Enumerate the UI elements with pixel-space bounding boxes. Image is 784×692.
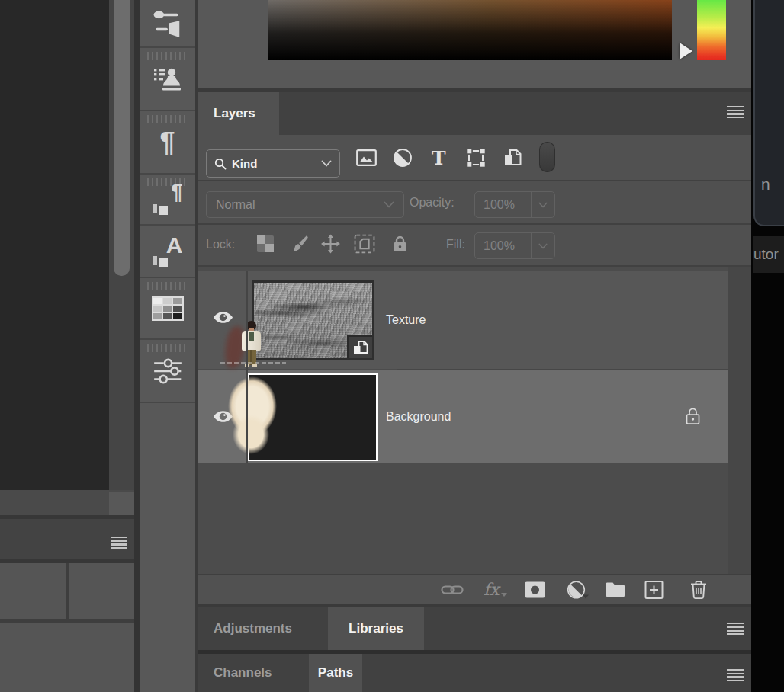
- layer-thumbnail[interactable]: [248, 373, 378, 461]
- lock-label: Lock:: [206, 238, 235, 251]
- lock-all-icon[interactable]: [393, 235, 407, 255]
- paragraph-icon: ¶: [159, 127, 175, 159]
- hue-strip[interactable]: [697, 0, 726, 60]
- lock-row: Lock: Fill: 100%: [198, 225, 751, 267]
- canvas-bottom-strip: [0, 490, 134, 515]
- adjustment-layer-filter-icon[interactable]: [393, 148, 413, 168]
- dock-button-character-styles[interactable]: A: [140, 226, 195, 277]
- clone-source-icon: [152, 65, 184, 94]
- paragraph-styles-icon: ¶: [151, 183, 185, 216]
- layers-panel-group: Layers Kind T: [198, 0, 751, 692]
- fill-value: 100%: [475, 239, 531, 253]
- chevron-down-icon: [384, 201, 394, 208]
- chevron-down-icon[interactable]: [532, 202, 554, 208]
- opacity-label: Opacity:: [410, 196, 455, 210]
- dock-grip[interactable]: [147, 115, 188, 123]
- learn-panel-edge[interactable]: n: [753, 0, 784, 226]
- add-layer-mask-icon[interactable]: [525, 581, 545, 597]
- layers-tab-strip: [198, 92, 751, 135]
- dock-button-properties[interactable]: [140, 340, 195, 402]
- photoshop-workspace: ¶ ¶ A: [0, 0, 784, 692]
- filter-kind-dropdown[interactable]: Kind: [206, 149, 340, 178]
- shape-layer-filter-icon[interactable]: [465, 147, 487, 168]
- fill-label: Fill:: [446, 238, 465, 251]
- lock-artboard-icon[interactable]: [354, 234, 375, 257]
- layer-name[interactable]: Background: [386, 370, 451, 463]
- delete-layer-icon[interactable]: [689, 580, 708, 600]
- color-panel: [198, 0, 751, 88]
- panel-menu-icon[interactable]: [111, 537, 127, 549]
- scrollbar-corner: [109, 492, 134, 515]
- visibility-toggle[interactable]: [213, 311, 233, 327]
- layers-panel-menu-icon[interactable]: [727, 106, 744, 118]
- chevron-down-icon: [321, 160, 332, 167]
- pixel-layer-filter-icon[interactable]: [356, 149, 377, 166]
- tab-channels[interactable]: Channels: [214, 654, 272, 692]
- dock-button-paragraph[interactable]: ¶: [140, 111, 195, 173]
- brushes-icon: [151, 8, 185, 39]
- dock-divider: [134, 0, 140, 692]
- dock-button-clone-source[interactable]: [140, 48, 195, 110]
- bottom-left-panel-header: [0, 519, 134, 559]
- opacity-field[interactable]: 100%: [474, 191, 555, 218]
- tutorials-tab-edge[interactable]: utor: [753, 236, 784, 273]
- layer-list-scroll-gutter[interactable]: [728, 267, 751, 574]
- panel-menu-icon[interactable]: [727, 669, 744, 681]
- right-edge-panels: n utor: [751, 0, 784, 692]
- panel-tab-strip: Adjustments Libraries: [198, 607, 751, 650]
- learn-text-fragment: n: [761, 175, 770, 194]
- tab-paths[interactable]: Paths: [309, 654, 362, 692]
- new-adjustment-layer-icon[interactable]: [567, 580, 589, 599]
- lock-transparent-pixels-icon[interactable]: [257, 235, 274, 255]
- search-icon: [214, 158, 227, 170]
- layer-filter-row: Kind T: [198, 135, 751, 181]
- eye-icon: [213, 311, 233, 324]
- chevron-down-icon[interactable]: [532, 243, 554, 249]
- vertical-scrollbar-track[interactable]: [109, 0, 134, 490]
- layer-row-background[interactable]: Background: [198, 370, 728, 463]
- new-group-icon[interactable]: [605, 581, 626, 598]
- tab-libraries[interactable]: Libraries: [328, 607, 424, 650]
- layers-tab-label: Layers: [214, 106, 255, 121]
- blend-mode-value: Normal: [216, 198, 255, 212]
- layer-thumbnail[interactable]: [252, 280, 374, 360]
- filter-toggle[interactable]: [539, 142, 555, 172]
- bottom-left-panel-footer: [0, 623, 134, 692]
- character-styles-icon: A: [151, 235, 185, 268]
- lock-position-icon[interactable]: [320, 233, 341, 257]
- blend-mode-select[interactable]: Normal: [206, 191, 404, 218]
- blend-mode-row: Normal Opacity: 100%: [198, 181, 751, 225]
- caret-down-icon: [501, 593, 507, 597]
- panel-icon-dock: ¶ ¶ A: [140, 0, 195, 692]
- tab-adjustments[interactable]: Adjustments: [214, 607, 292, 650]
- panel-menu-icon[interactable]: [727, 623, 744, 635]
- smart-object-filter-icon[interactable]: [503, 148, 522, 168]
- vertical-scrollbar-thumb[interactable]: [114, 0, 130, 276]
- panel-tab-strip: Channels Paths: [198, 654, 751, 692]
- properties-sliders-icon: [152, 357, 184, 385]
- eye-column-divider: [246, 271, 248, 463]
- dock-button-brushes[interactable]: [140, 0, 195, 46]
- lock-image-pixels-icon[interactable]: [289, 234, 308, 256]
- layer-effects-icon[interactable]: fx: [484, 581, 507, 598]
- layer-locked-icon[interactable]: [685, 407, 701, 429]
- link-layers-icon[interactable]: [441, 583, 464, 597]
- type-layer-filter-icon[interactable]: T: [432, 148, 446, 167]
- document-canvas[interactable]: [0, 0, 109, 490]
- opacity-value: 100%: [475, 198, 531, 212]
- layer-name[interactable]: Texture: [386, 271, 426, 369]
- fill-field[interactable]: 100%: [474, 232, 555, 259]
- new-layer-icon[interactable]: [644, 580, 664, 599]
- dock-divider: [140, 402, 195, 403]
- dock-button-swatches[interactable]: [140, 278, 195, 338]
- layer-row-texture[interactable]: Texture: [198, 271, 728, 369]
- color-saturation-field[interactable]: [268, 0, 672, 60]
- dock-grip[interactable]: [147, 52, 188, 60]
- caret-down-icon: [583, 594, 589, 598]
- hue-slider-arrow-icon[interactable]: [680, 43, 692, 59]
- tutorials-text-fragment: utor: [753, 246, 779, 263]
- dock-grip[interactable]: [147, 282, 188, 290]
- tab-layers[interactable]: Layers: [198, 92, 279, 135]
- dock-grip[interactable]: [147, 344, 188, 352]
- dock-button-paragraph-styles[interactable]: ¶: [140, 175, 195, 224]
